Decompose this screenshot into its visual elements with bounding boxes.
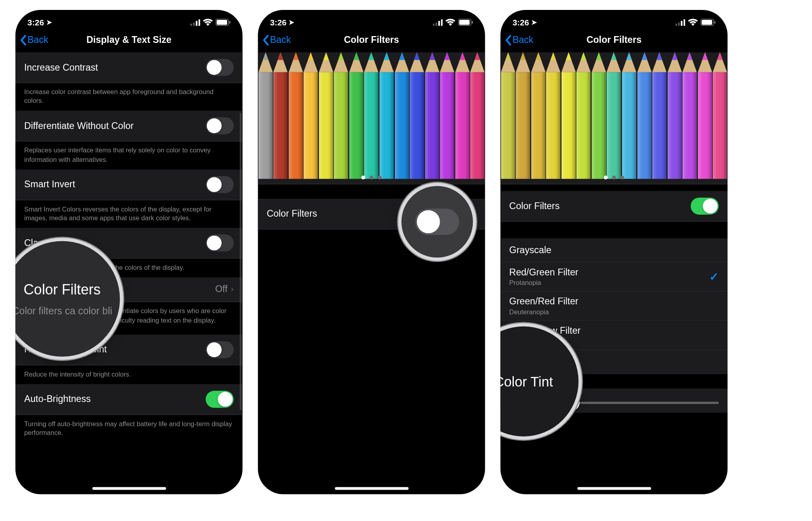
pencil-icon xyxy=(622,52,637,179)
page-dot[interactable] xyxy=(604,175,608,179)
home-indicator[interactable] xyxy=(92,487,166,490)
pencil-icon xyxy=(652,52,667,179)
svg-rect-20 xyxy=(714,21,716,24)
pencil-icon xyxy=(606,52,621,179)
filter-green-red[interactable]: Green/Red Filter Deuteranopia xyxy=(500,292,728,321)
svg-rect-13 xyxy=(472,21,473,24)
svg-rect-17 xyxy=(684,19,685,26)
pencil-icon xyxy=(682,52,697,179)
row-diff-without-color[interactable]: Differentiate Without Color xyxy=(15,111,243,142)
pencil-icon xyxy=(440,52,455,179)
svg-rect-14 xyxy=(675,23,677,26)
pencil-icon xyxy=(318,52,333,179)
home-indicator[interactable] xyxy=(335,487,408,490)
chevron-left-icon xyxy=(20,35,27,46)
page-dot[interactable] xyxy=(620,175,624,179)
back-label: Back xyxy=(270,35,291,46)
location-icon: ➤ xyxy=(46,18,52,26)
pencil-icon xyxy=(531,52,546,179)
wifi-icon xyxy=(203,19,213,26)
chevron-left-icon xyxy=(505,35,511,46)
filter-red-green[interactable]: Red/Green Filter Protanopia ✓ xyxy=(500,263,728,292)
phone-color-filters-off: 3:26 ➤ Back Color Filters xyxy=(258,10,485,494)
page-dot[interactable] xyxy=(612,175,616,179)
signal-icon xyxy=(675,19,685,26)
pencil-icon xyxy=(273,52,288,179)
filter-grayscale[interactable]: Grayscale xyxy=(500,238,728,263)
row-increase-contrast[interactable]: Increase Contrast xyxy=(15,52,243,83)
pencil-icon xyxy=(637,52,652,179)
back-label: Back xyxy=(27,35,48,46)
chevron-right-icon: › xyxy=(231,285,234,295)
svg-rect-15 xyxy=(678,22,680,25)
color-filters-value: Off xyxy=(215,284,228,295)
svg-rect-7 xyxy=(433,23,435,26)
pencil-icon xyxy=(667,52,682,179)
page-dot[interactable] xyxy=(370,175,373,179)
svg-rect-3 xyxy=(199,19,200,26)
toggle-reduce-white-point[interactable] xyxy=(206,341,234,358)
pencil-icon xyxy=(697,52,712,179)
row-auto-brightness[interactable]: Auto-Brightness xyxy=(15,384,243,415)
pencil-icon xyxy=(333,52,349,179)
status-bar: 3:26 ➤ xyxy=(258,10,485,28)
page-dot[interactable] xyxy=(361,175,365,179)
pencil-icon xyxy=(500,52,515,179)
pencil-icon xyxy=(561,52,576,179)
row-color-filters-toggle[interactable]: Color Filters xyxy=(500,191,728,222)
svg-rect-16 xyxy=(681,21,682,25)
toggle-smart-invert[interactable] xyxy=(206,176,234,193)
status-time: 3:26 xyxy=(513,17,529,27)
location-icon: ➤ xyxy=(531,18,537,26)
pencil-preview[interactable] xyxy=(258,52,485,185)
back-button[interactable]: Back xyxy=(262,35,291,46)
row-smart-invert[interactable]: Smart Invert xyxy=(15,169,243,200)
pencil-icon xyxy=(591,52,606,179)
pencil-icon xyxy=(303,52,318,179)
magnifier-toggle xyxy=(402,186,473,258)
signal-icon xyxy=(433,19,443,26)
page-dots[interactable] xyxy=(500,175,728,179)
chevron-left-icon xyxy=(262,35,269,46)
toggle-increase-contrast[interactable] xyxy=(206,59,234,76)
wifi-icon xyxy=(445,19,455,26)
pencil-icon xyxy=(515,52,530,179)
pencil-icon xyxy=(288,52,303,179)
back-label: Back xyxy=(513,35,533,46)
pencil-icon xyxy=(470,52,485,179)
toggle-color-filters[interactable] xyxy=(691,198,719,215)
pencil-icon xyxy=(409,52,424,179)
signal-icon xyxy=(190,19,200,26)
svg-rect-12 xyxy=(459,20,469,25)
toggle-diff-without-color[interactable] xyxy=(206,117,234,135)
pencil-preview[interactable] xyxy=(500,52,728,185)
magnifier-label: Color Filters xyxy=(24,281,101,298)
status-bar: 3:26 ➤ xyxy=(500,10,728,28)
pencil-icon xyxy=(258,52,273,179)
footer-increase-contrast: Increase color contrast between app fore… xyxy=(15,83,243,111)
page-dot[interactable] xyxy=(378,175,382,179)
svg-rect-10 xyxy=(441,19,442,26)
pencil-icon xyxy=(576,52,591,179)
page-dots[interactable] xyxy=(258,175,485,179)
status-bar: 3:26 ➤ xyxy=(15,10,243,28)
svg-rect-1 xyxy=(193,22,195,25)
back-button[interactable]: Back xyxy=(505,35,533,46)
battery-icon xyxy=(216,19,230,26)
location-icon: ➤ xyxy=(289,18,294,26)
toggle-classic-invert[interactable] xyxy=(206,235,234,252)
scroll-indicator[interactable] xyxy=(240,113,241,410)
nav-title: Display & Text Size xyxy=(15,35,243,46)
toggle-auto-brightness[interactable] xyxy=(206,391,234,408)
back-button[interactable]: Back xyxy=(20,35,48,46)
nav-bar: Back Color Filters xyxy=(500,28,728,52)
pencil-icon xyxy=(394,52,409,179)
phone-display-text-size: 3:26 ➤ Back Display & Text Size Increase… xyxy=(15,10,243,494)
pencil-icon xyxy=(712,52,728,179)
pencil-icon xyxy=(349,52,364,179)
toggle-zoomed xyxy=(415,209,459,235)
nav-title: Color Filters xyxy=(500,35,728,46)
footer-diff-without-color: Replaces user interface items that rely … xyxy=(15,142,243,169)
pencil-icon xyxy=(455,52,470,179)
home-indicator[interactable] xyxy=(577,487,651,490)
